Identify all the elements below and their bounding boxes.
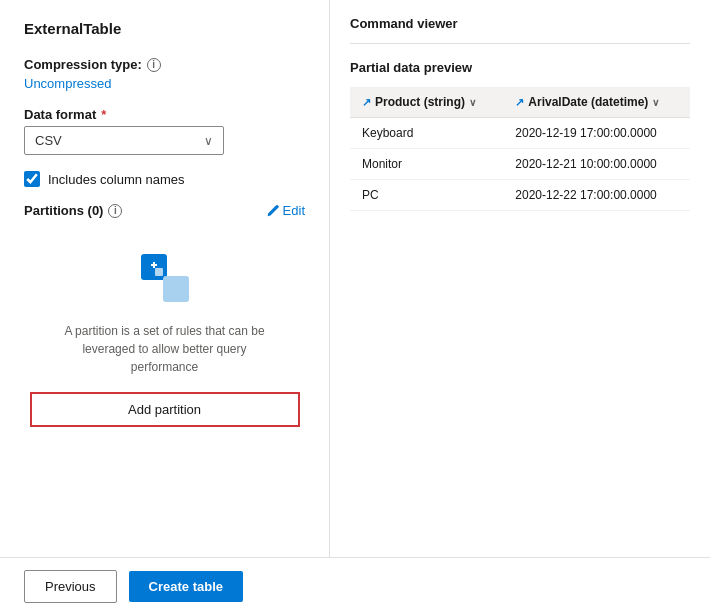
table-row: Keyboard 2020-12-19 17:00:00.0000 [350,118,690,149]
compression-info-icon[interactable]: i [147,58,161,72]
col-header-date[interactable]: ↗ ArivalDate (datetime) ∨ [503,87,690,118]
divider-1 [350,43,690,44]
partitions-info-icon[interactable]: i [108,204,122,218]
dropdown-value: CSV [35,133,62,148]
cell-product: Monitor [350,149,503,180]
cell-date: 2020-12-19 17:00:00.0000 [503,118,690,149]
partition-illustration [133,246,197,310]
svg-rect-3 [155,268,163,276]
previous-button[interactable]: Previous [24,570,117,603]
table-row: Monitor 2020-12-21 10:00:00.0000 [350,149,690,180]
cell-date: 2020-12-21 10:00:00.0000 [503,149,690,180]
main-content: ExternalTable Compression type: i Uncomp… [0,0,710,557]
main-container: ExternalTable Compression type: i Uncomp… [0,0,710,615]
col-product-label: Product (string) [375,95,465,109]
cell-product: Keyboard [350,118,503,149]
filter-arrow-product: ∨ [469,97,476,108]
partitions-label: Partitions (0) i [24,203,122,218]
sort-icon-product: ↗ [362,96,371,109]
partition-empty-state: A partition is a set of rules that can b… [24,230,305,443]
col-header-product[interactable]: ↗ Product (string) ∨ [350,87,503,118]
sort-icon-date: ↗ [515,96,524,109]
data-format-label: Data format * [24,107,305,122]
panel-title: ExternalTable [24,20,305,37]
cell-date: 2020-12-22 17:00:00.0000 [503,180,690,211]
preview-table: ↗ Product (string) ∨ ↗ ArivalDate (datet… [350,87,690,211]
column-names-row: Includes column names [24,171,305,187]
partition-description: A partition is a set of rules that can b… [50,322,280,376]
footer: Previous Create table [0,557,710,615]
table-row: PC 2020-12-22 17:00:00.0000 [350,180,690,211]
command-viewer-title: Command viewer [350,16,690,31]
add-partition-button[interactable]: Add partition [30,392,300,427]
cell-product: PC [350,180,503,211]
partitions-header: Partitions (0) i Edit [24,203,305,218]
dropdown-arrow-icon: ∨ [204,134,213,148]
col-date-label: ArivalDate (datetime) [528,95,648,109]
filter-arrow-date: ∨ [652,97,659,108]
create-table-button[interactable]: Create table [129,571,243,602]
data-format-group: Data format * CSV ∨ [24,107,305,155]
edit-icon [266,204,279,217]
right-panel: Command viewer Partial data preview ↗ Pr… [330,0,710,557]
partial-preview-title: Partial data preview [350,60,690,75]
svg-rect-2 [153,262,155,268]
svg-rect-4 [163,276,189,302]
left-panel: ExternalTable Compression type: i Uncomp… [0,0,330,557]
column-names-checkbox[interactable] [24,171,40,187]
compression-group: Compression type: i Uncompressed [24,57,305,91]
data-format-dropdown[interactable]: CSV ∨ [24,126,224,155]
compression-value: Uncompressed [24,76,305,91]
compression-label: Compression type: i [24,57,305,72]
edit-link[interactable]: Edit [266,203,305,218]
column-names-label: Includes column names [48,172,185,187]
data-preview-section: Partial data preview ↗ Product (string) … [350,60,690,211]
required-marker: * [101,107,106,122]
